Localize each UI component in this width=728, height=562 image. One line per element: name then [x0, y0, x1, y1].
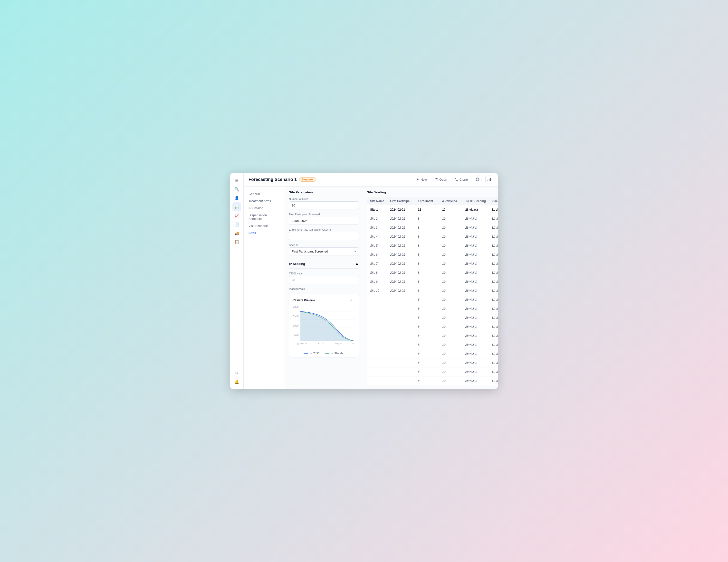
tj301-legend-line: [304, 353, 308, 353]
enrollment-rate-input[interactable]: [289, 232, 359, 240]
clone-button[interactable]: Clone: [453, 177, 470, 182]
clone-label: Clone: [460, 178, 468, 182]
cell-num-participants: 10: [439, 223, 462, 232]
left-nav-item-ip-catalog[interactable]: IP Catalog: [244, 205, 285, 212]
cell-enrollment: 8: [415, 259, 439, 268]
cell-num-participants: 10: [439, 376, 462, 385]
cell-site-name: [367, 295, 387, 304]
new-icon: [416, 178, 419, 181]
cell-enrollment: 8: [415, 295, 439, 304]
cell-num-participants: 10: [439, 278, 462, 286]
cell-site-name: [367, 340, 387, 349]
left-nav-item-dispensation-schedule[interactable]: Dispensation Schedule: [244, 212, 285, 222]
svg-point-5: [477, 179, 478, 180]
chart-stacked-icon[interactable]: 📈: [232, 211, 241, 220]
cell-first-participant: [387, 349, 415, 358]
cell-site-name: [367, 313, 387, 322]
cell-tj301-seeding: 28 vial(s): [462, 223, 489, 232]
table-row: Site 1 2024-02-01 12 10 28 vial(s) 11 vi…: [367, 205, 498, 214]
document-icon[interactable]: 📄: [232, 220, 241, 229]
app-window: ☰🔍👤📊📈📄🚚📋 ⚙🔔 Forecasting Scenario 1 Sandb…: [230, 173, 498, 389]
col-num-participants: # Participa...: [439, 197, 462, 205]
cell-placebo: 11 vial(s): [489, 223, 498, 232]
table-row: 8 10 28 vial(s) 11 vial(s) 🗑: [367, 322, 498, 331]
cell-first-participant: [387, 340, 415, 349]
cell-placebo: 11 vial(s): [489, 367, 498, 376]
cell-site-name: Site 10: [367, 286, 387, 295]
chart-bar-icon[interactable]: 📊: [232, 202, 241, 211]
ip-seeding-title: IP Seeding: [289, 262, 305, 266]
num-sites-input[interactable]: [289, 201, 359, 210]
tj301-vials-input[interactable]: [289, 276, 359, 284]
settings-icon[interactable]: ⚙: [232, 368, 241, 377]
cell-placebo: 11 vial(s): [489, 376, 498, 385]
clipboard-icon[interactable]: 📋: [232, 238, 241, 246]
cell-tj301-seeding: 28 vial(s): [462, 214, 489, 223]
chart-legend: → TJ301 → Placebo: [289, 350, 359, 357]
cell-tj301-seeding: 28 vial(s): [462, 340, 489, 349]
chart-container: 2000 1500 1000 500 0: [289, 305, 359, 350]
search-icon[interactable]: 🔍: [232, 185, 241, 194]
ip-seeding-header[interactable]: IP Seeding ▲: [289, 259, 359, 269]
left-nav-item-treatment-arms[interactable]: Treatment Arms: [244, 198, 285, 205]
cell-site-name: [367, 358, 387, 367]
svg-rect-4: [456, 178, 458, 181]
menu-icon[interactable]: ☰: [232, 176, 241, 185]
cell-num-participants: 10: [439, 295, 462, 304]
cell-first-participant: [387, 322, 415, 331]
expand-icon[interactable]: ⤢: [347, 296, 355, 304]
cell-tj301-seeding: 28 vial(s): [462, 259, 489, 268]
cell-num-participants: 10: [439, 232, 462, 241]
cell-placebo: 11 vial(s): [489, 268, 498, 278]
svg-text:Apr '24: Apr '24: [317, 342, 324, 344]
open-button[interactable]: Open: [433, 177, 449, 182]
bell-icon[interactable]: 🔔: [232, 377, 241, 386]
num-sites-group: Number of Sites: [289, 198, 359, 210]
placebo-vials-label: Placebo vials: [289, 287, 359, 290]
cell-first-participant: 2024-02-01: [387, 286, 415, 295]
left-nav-item-visit-schedule[interactable]: Visit Schedule: [244, 222, 285, 230]
cell-num-participants: 10: [439, 367, 462, 376]
first-participant-input[interactable]: [289, 217, 359, 225]
cell-first-participant: [387, 376, 415, 385]
truck-icon[interactable]: 🚚: [232, 229, 241, 238]
svg-rect-6: [488, 180, 488, 181]
cell-num-participants: 10: [439, 250, 462, 259]
cell-placebo: 11 vial(s): [489, 286, 498, 295]
main-content: Forecasting Scenario 1 Sandbox New Open …: [244, 173, 498, 389]
cell-enrollment: 12: [415, 205, 439, 214]
cell-first-participant: 2024-02-01: [387, 259, 415, 268]
cell-tj301-seeding: 28 vial(s): [462, 367, 489, 376]
placebo-label: → Placebo: [331, 352, 344, 355]
new-button[interactable]: New: [414, 177, 429, 182]
cell-site-name: [367, 349, 387, 358]
cell-first-participant: [387, 304, 415, 313]
seed-at-select[interactable]: First Participant Screened Site Activati…: [289, 248, 359, 256]
enrollment-rate-label: Enrollment Rate (participant/site/mo): [289, 228, 359, 231]
cell-tj301-seeding: 28 vial(s): [462, 278, 489, 286]
cell-site-name: [367, 304, 387, 313]
left-nav-item-general[interactable]: General: [244, 191, 285, 198]
page-title: Forecasting Scenario 1: [249, 177, 297, 182]
table-row: Site 3 2024-02-01 8 10 28 vial(s) 11 via…: [367, 223, 498, 232]
site-seeding-table: Site Name First Participa... Enrollment …: [367, 197, 498, 385]
col-enrollment: Enrollment ...: [415, 197, 439, 205]
cell-enrollment: 8: [415, 268, 439, 278]
site-seeding-title: Site Seeding: [367, 191, 494, 194]
cell-placebo: 11 vial(s): [489, 250, 498, 259]
placebo-vials-group: Placebo vials: [289, 287, 359, 290]
cell-enrollment: 8: [415, 367, 439, 376]
cell-placebo: 11 vial(s): [489, 340, 498, 349]
user-icon[interactable]: 👤: [232, 194, 241, 202]
placebo-legend-line: [325, 353, 329, 353]
table-row: 8 10 28 vial(s) 11 vial(s) 🗑: [367, 358, 498, 367]
cell-tj301-seeding: 28 vial(s): [462, 286, 489, 295]
cell-enrollment: 8: [415, 322, 439, 331]
chart-header-button[interactable]: [485, 176, 493, 183]
cell-site-name: Site 8: [367, 268, 387, 278]
left-nav-item-sites[interactable]: Sites: [244, 230, 285, 237]
cell-site-name: [367, 376, 387, 385]
open-icon: [435, 178, 438, 181]
cell-num-participants: 10: [439, 331, 462, 340]
settings-header-button[interactable]: [474, 176, 481, 183]
